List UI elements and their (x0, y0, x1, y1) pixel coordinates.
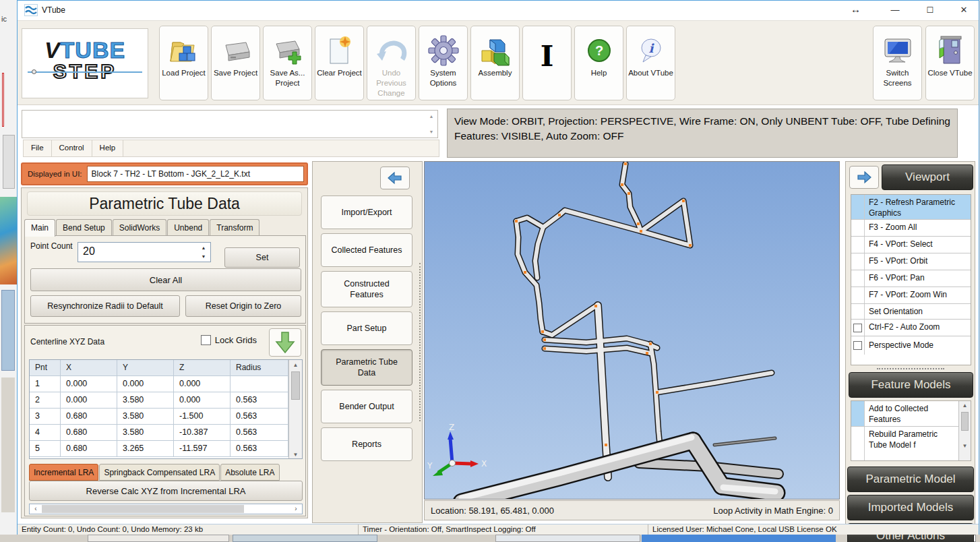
cell[interactable] (231, 376, 288, 392)
nav-parametric-tube-data[interactable]: Parametric Tube Data (321, 349, 412, 386)
scroll-thumb[interactable] (42, 505, 244, 513)
collapse-right-arrow-button[interactable] (849, 166, 879, 189)
list-item-f7-zoom-win[interactable]: F7 - VPort: Zoom Win (851, 287, 971, 304)
menu-help[interactable]: Help (92, 140, 124, 156)
cell[interactable]: -11.597 (174, 441, 231, 457)
text-cursor-button[interactable]: I (522, 26, 572, 100)
table-row[interactable]: 1 0.000 0.000 0.000 (30, 376, 302, 392)
tab-incremental-lra[interactable]: Incremental LRA (29, 464, 98, 481)
perspective-mode-checkbox[interactable] (853, 341, 862, 350)
point-count-spinner[interactable]: 20 ▲▼ (78, 242, 211, 262)
cell[interactable]: 3 (30, 409, 61, 425)
cell[interactable]: -10.387 (174, 425, 231, 441)
nav-part-setup[interactable]: Part Setup (321, 311, 412, 345)
cell[interactable]: 5 (30, 441, 61, 457)
panel-splitter-handle[interactable] (877, 368, 944, 369)
save-as-project-button[interactable]: Save As... Project (263, 26, 312, 100)
reverse-calc-button[interactable]: Reverse Calc XYZ from Incremental LRA (29, 481, 303, 501)
scroll-spinner[interactable]: ▲▼ (427, 112, 436, 136)
save-project-button[interactable]: Save Project (211, 26, 260, 100)
tab-transform[interactable]: Transform (210, 219, 259, 236)
scroll-thumb[interactable] (291, 371, 300, 400)
nav-constructed-features[interactable]: Constructed Features (321, 271, 412, 307)
tab-unbend[interactable]: Unbend (167, 219, 209, 236)
close-button[interactable]: ✕ (950, 1, 977, 20)
cell[interactable]: 0.000 (61, 392, 117, 409)
3d-viewport[interactable]: Z X Y (424, 161, 840, 500)
list-item-rebuild-parametric[interactable]: Rebuild Parametric Tube Model f (851, 427, 959, 461)
cell[interactable]: 2 (30, 392, 61, 409)
table-row[interactable]: 5 0.680 3.265 -11.597 0.563 (30, 441, 302, 457)
cell[interactable]: 1 (30, 376, 61, 392)
spinner-arrows[interactable]: ▲▼ (199, 243, 208, 261)
list-item-add-to-collected[interactable]: Add to Collected Features (851, 401, 959, 427)
menu-control[interactable]: Control (52, 140, 92, 156)
feature-list-scrollbar[interactable]: ▲ ▼ (958, 401, 971, 460)
help-button[interactable]: ? Help (574, 26, 623, 100)
list-item-f3-zoom-all[interactable]: F3 - Zoom All (851, 220, 971, 237)
col-header-pnt[interactable]: Pnt (30, 360, 61, 376)
auto-zoom-checkbox[interactable] (853, 324, 862, 332)
list-item-set-orientation[interactable]: Set Orientation (851, 304, 971, 320)
cell[interactable]: 0.563 (231, 392, 288, 409)
scroll-thumb[interactable] (961, 412, 969, 431)
about-vtube-button[interactable]: i About VTube (626, 26, 675, 100)
nav-reports[interactable]: Reports (321, 427, 412, 461)
table-row[interactable]: 3 0.680 3.580 -1.500 0.563 (30, 409, 302, 425)
send-down-arrow-button[interactable] (269, 328, 301, 357)
minimize-button[interactable]: — (882, 1, 909, 20)
col-header-y[interactable]: Y (117, 360, 174, 376)
tab-springback-lra[interactable]: Springback Compensated LRA (99, 464, 220, 481)
tab-bend-setup[interactable]: Bend Setup (56, 219, 112, 236)
cell[interactable]: 0.563 (231, 409, 288, 425)
command-text-area[interactable]: ▲▼ (22, 110, 438, 138)
imported-models-button[interactable]: Imported Models (847, 495, 974, 520)
cell[interactable]: 0.563 (231, 425, 288, 441)
titlebar[interactable]: VTube ↔ — ☐ ✕ (18, 1, 979, 20)
nav-collected-features[interactable]: Collected Features (321, 233, 412, 267)
scroll-down-arrow[interactable]: ▼ (289, 450, 302, 460)
cell[interactable]: 0.680 (61, 441, 117, 457)
col-header-x[interactable]: X (61, 360, 117, 376)
resize-arrows-icon[interactable]: ↔ (851, 3, 861, 15)
scroll-up-arrow[interactable]: ▲ (959, 401, 971, 411)
list-item-f5-orbit[interactable]: F5 - VPort: Orbit (851, 253, 971, 270)
displayed-file-field[interactable]: Block 7 - TH2 - LT Bottom - JGK_2_L2_K.t… (87, 166, 304, 182)
menu-file[interactable]: File (24, 140, 52, 156)
scroll-down-arrow[interactable]: ▼ (959, 442, 971, 451)
switch-screens-button[interactable]: Switch Screens (873, 26, 922, 100)
resynchronize-radii-button[interactable]: Resynchronize Radii to Default (30, 295, 180, 317)
list-item-f4-select[interactable]: F4 - VPort: Select (851, 237, 971, 253)
maximize-button[interactable]: ☐ (917, 1, 944, 20)
list-item-f2-refresh[interactable]: F2 - Refresh Parametric Graphics (851, 195, 971, 220)
parametric-model-button[interactable]: Parametric Model (847, 466, 974, 492)
cell[interactable]: 0.000 (117, 376, 174, 392)
tab-main[interactable]: Main (24, 219, 55, 237)
cell[interactable]: 3.265 (117, 441, 174, 457)
viewport-panel-header[interactable]: Viewport (882, 164, 973, 190)
cell[interactable]: 0.000 (174, 392, 231, 409)
cell[interactable]: 3.580 (117, 425, 174, 441)
horizontal-scrollbar[interactable]: ‹ › (29, 504, 303, 514)
cell[interactable]: 0.000 (174, 376, 231, 392)
table-vertical-scrollbar[interactable]: ▲ ▼ (288, 360, 302, 458)
reset-origin-button[interactable]: Reset Origin to Zero (185, 295, 301, 317)
close-vtube-button[interactable]: Close VTube (925, 26, 975, 100)
cell[interactable]: 0.680 (61, 425, 117, 441)
set-button[interactable]: Set (224, 247, 300, 268)
assembly-button[interactable]: Assembly (470, 26, 520, 100)
tab-solidworks[interactable]: SolidWorks (113, 219, 166, 236)
feature-models-header[interactable]: Feature Models (849, 372, 973, 398)
clear-all-button[interactable]: Clear All (30, 268, 301, 291)
clear-project-button[interactable]: Clear Project (315, 26, 364, 100)
col-header-z[interactable]: Z (174, 360, 231, 376)
cell[interactable]: 0.000 (61, 376, 117, 392)
scroll-up-arrow[interactable]: ▲ (289, 360, 302, 370)
list-item-perspective-mode[interactable]: Perspective Mode (851, 336, 971, 355)
load-project-button[interactable]: Load Project (159, 26, 208, 100)
cell[interactable]: 0.680 (61, 409, 117, 425)
cell[interactable]: 4 (30, 425, 61, 441)
undo-previous-change-button[interactable]: Undo Previous Change (367, 26, 416, 100)
cell[interactable]: -1.500 (174, 409, 231, 425)
list-item-f6-pan[interactable]: F6 - VPort: Pan (851, 270, 971, 287)
